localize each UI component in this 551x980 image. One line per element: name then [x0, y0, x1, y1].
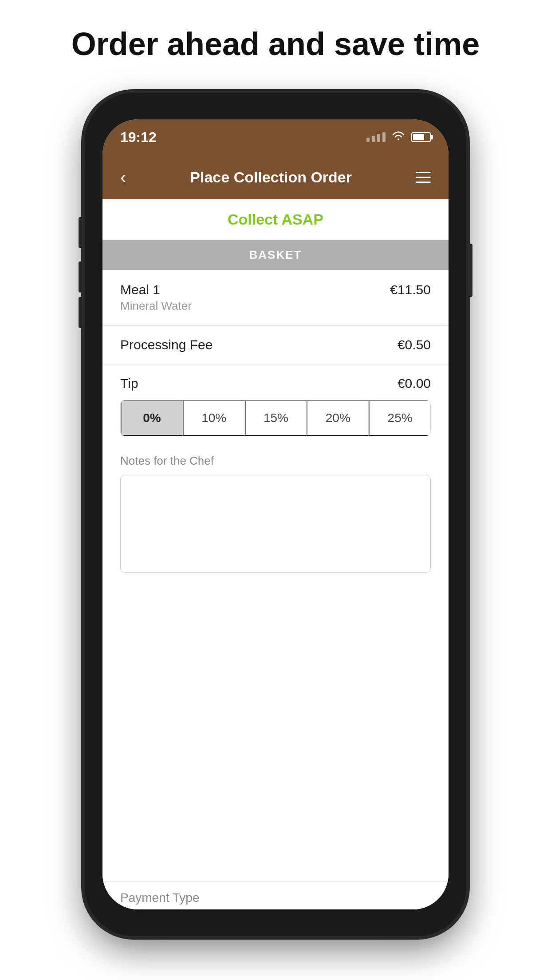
table-row: Meal 1 Mineral Water €11.50: [102, 270, 449, 326]
tip-20-button[interactable]: 20%: [307, 400, 369, 436]
payment-section: Payment Type: [102, 881, 449, 909]
status-time: 19:12: [120, 129, 157, 146]
processing-fee-row: Processing Fee €0.50: [102, 326, 449, 364]
screen: 19:12 ‹ Place Collect: [102, 119, 449, 909]
page-heading: Order ahead and save time: [54, 27, 497, 62]
item-price: €11.50: [390, 282, 431, 297]
tip-section: Tip €0.00 0% 10% 15% 20% 25%: [102, 364, 449, 450]
status-icons: [366, 130, 431, 144]
battery-fill: [413, 134, 424, 140]
tip-buttons: 0% 10% 15% 20% 25%: [120, 400, 431, 436]
item-sub: Mineral Water: [120, 299, 192, 313]
basket-header: BASKET: [102, 240, 449, 270]
tip-10-button[interactable]: 10%: [183, 400, 245, 436]
wifi-icon: [392, 130, 405, 144]
menu-button[interactable]: [416, 172, 431, 183]
notes-textarea[interactable]: [120, 475, 431, 573]
item-name: Meal 1: [120, 282, 192, 297]
item-details: Meal 1 Mineral Water: [120, 282, 192, 313]
processing-fee-label: Processing Fee: [120, 337, 213, 352]
collect-asap-label: Collect ASAP: [228, 211, 323, 228]
processing-fee-price: €0.50: [398, 337, 431, 352]
signal-icon: [366, 132, 386, 142]
notes-section: Notes for the Chef: [102, 450, 449, 583]
tip-15-button[interactable]: 15%: [245, 400, 307, 436]
order-items: Meal 1 Mineral Water €11.50 Processing F…: [102, 270, 449, 364]
tip-0-button[interactable]: 0%: [121, 400, 183, 436]
tip-price: €0.00: [398, 376, 431, 391]
status-bar: 19:12: [102, 119, 449, 155]
payment-label: Payment Type: [120, 891, 199, 905]
nav-title: Place Collection Order: [190, 169, 352, 186]
back-button[interactable]: ‹: [120, 167, 126, 187]
collect-asap-bar[interactable]: Collect ASAP: [102, 199, 449, 240]
tip-25-button[interactable]: 25%: [369, 400, 430, 436]
battery-icon: [411, 132, 431, 142]
tip-row: Tip €0.00: [120, 376, 431, 391]
tip-label: Tip: [120, 376, 138, 391]
notes-label: Notes for the Chef: [120, 454, 431, 468]
nav-bar: ‹ Place Collection Order: [102, 155, 449, 199]
content-area: Collect ASAP BASKET Meal 1 Mineral Water…: [102, 199, 449, 909]
phone-shell: 19:12 ‹ Place Collect: [85, 93, 466, 936]
basket-header-text: BASKET: [249, 248, 302, 261]
